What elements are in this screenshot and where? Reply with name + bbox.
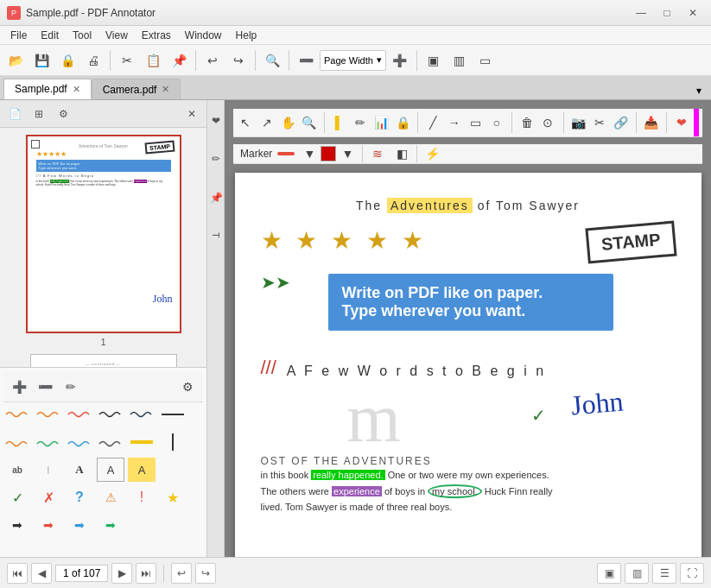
- line-tool[interactable]: ╱: [424, 111, 441, 135]
- menu-tool[interactable]: Tool: [66, 28, 98, 43]
- tab-camera-close[interactable]: ✕: [162, 84, 169, 95]
- minimize-button[interactable]: —: [630, 4, 652, 22]
- stamp-A-serif[interactable]: A: [66, 458, 93, 482]
- rect-tool[interactable]: ▭: [467, 111, 484, 135]
- nav-back-button[interactable]: ↩: [171, 563, 192, 584]
- heart-tool[interactable]: ❤: [673, 111, 690, 135]
- nav-prev-button[interactable]: ◀: [31, 563, 52, 584]
- stamp-wavy-sm-1[interactable]: [3, 430, 31, 454]
- save-cloud-button[interactable]: 🔒: [55, 48, 79, 73]
- camera-tool[interactable]: 📷: [569, 111, 587, 135]
- menu-extras[interactable]: Extras: [135, 28, 178, 43]
- stamp-A-yellow[interactable]: A: [128, 458, 156, 482]
- stamp-line-dark[interactable]: [159, 402, 187, 427]
- menu-edit[interactable]: Edit: [34, 28, 66, 43]
- stamp-line-yellow[interactable]: [128, 430, 156, 454]
- sidebar-icon-text[interactable]: T: [209, 218, 223, 252]
- marker-special[interactable]: ⚡: [422, 144, 441, 163]
- menu-help[interactable]: Help: [229, 28, 264, 43]
- tab-sample-pdf[interactable]: Sample.pdf ✕: [3, 79, 92, 99]
- redo-button[interactable]: ↪: [226, 48, 251, 73]
- stamp-warning[interactable]: ⚠: [97, 485, 124, 509]
- chart-tool[interactable]: 📊: [373, 111, 390, 135]
- undo-button[interactable]: ↩: [200, 48, 225, 73]
- anno-settings-btn[interactable]: ⚙: [175, 375, 200, 399]
- stamp-star[interactable]: ★: [159, 485, 187, 509]
- menu-file[interactable]: File: [3, 28, 34, 43]
- menu-view[interactable]: View: [98, 28, 135, 43]
- marker-opacity-btn[interactable]: ◧: [392, 144, 411, 163]
- lasso-tool[interactable]: ⊙: [539, 111, 556, 135]
- zoom-in-button[interactable]: ➕: [388, 48, 412, 73]
- stamp-A-box[interactable]: A: [97, 458, 124, 482]
- view-continuous-button[interactable]: ☰: [652, 563, 676, 584]
- maximize-button[interactable]: □: [656, 4, 678, 22]
- nav-first-button[interactable]: ⏮: [7, 563, 28, 584]
- tab-sample-close[interactable]: ✕: [73, 84, 80, 95]
- anno-add-btn[interactable]: ➕: [7, 375, 31, 399]
- erase-tool[interactable]: 🗑: [518, 111, 536, 135]
- stamp-wavy-sm-2[interactable]: [35, 430, 62, 454]
- panel-settings-btn[interactable]: ⚙: [52, 104, 74, 124]
- link-tool[interactable]: 🔗: [612, 111, 629, 135]
- zoom-dropdown[interactable]: Page Width ▾: [320, 50, 386, 71]
- arrow-tool[interactable]: →: [446, 111, 463, 135]
- sidebar-icon-pencil[interactable]: ✏: [209, 142, 223, 176]
- stamp-arrow-black[interactable]: ➡: [3, 513, 31, 537]
- nav-last-button[interactable]: ⏭: [136, 563, 156, 584]
- stamp-arrow-blue[interactable]: ➡: [66, 513, 93, 537]
- import-tool[interactable]: 📥: [642, 111, 659, 135]
- marker-swatch[interactable]: [321, 146, 336, 161]
- stamp-vline[interactable]: [159, 430, 187, 454]
- highlight-tool[interactable]: ▌: [331, 111, 348, 135]
- save-button[interactable]: 💾: [29, 48, 54, 73]
- copy-button[interactable]: 📋: [141, 48, 165, 73]
- marker-width-btn[interactable]: ▼: [338, 144, 357, 163]
- tab-camera-pdf[interactable]: Camera.pdf ✕: [92, 79, 181, 99]
- view-single-button[interactable]: ▣: [597, 563, 621, 584]
- panel-new-btn[interactable]: 📄: [3, 104, 26, 124]
- sidebar-icon-stamp[interactable]: 📌: [209, 180, 223, 214]
- stamp-checkmark[interactable]: ✓: [3, 485, 31, 509]
- stamp-exclaim[interactable]: !: [128, 485, 156, 509]
- zoom-tool[interactable]: 🔍: [300, 111, 317, 135]
- marker-color-btn[interactable]: ▼: [300, 144, 319, 163]
- zoom-out-button[interactable]: ➖: [294, 48, 318, 73]
- stamp-wavy-orange[interactable]: [3, 402, 31, 427]
- pen-tool[interactable]: ✏: [352, 111, 369, 135]
- cut-button[interactable]: ✂: [115, 48, 139, 73]
- stamp-question[interactable]: ?: [66, 485, 93, 509]
- thumbnail-page-1[interactable]: Adventure of Tom Sawyer ★★★★★ Write on P…: [7, 135, 200, 347]
- close-button[interactable]: ✕: [682, 4, 704, 22]
- open-button[interactable]: 📂: [3, 48, 28, 73]
- stamp-wavy-sm-4[interactable]: [97, 430, 124, 454]
- sidebar-icon-heart[interactable]: ❤: [209, 104, 223, 138]
- thumbnail-page-2[interactable]: — continued —: [7, 354, 200, 367]
- nav-forward-button[interactable]: ↪: [195, 563, 216, 584]
- stamp-arrow-green[interactable]: ➡: [97, 513, 124, 537]
- stamp-text-gray[interactable]: |: [35, 458, 62, 482]
- view3-button[interactable]: ▭: [473, 48, 498, 73]
- nav-next-button[interactable]: ▶: [111, 563, 132, 584]
- view2-button[interactable]: ▥: [448, 48, 472, 73]
- stamp-wavy-sm-3[interactable]: [66, 430, 93, 454]
- panel-view-btn[interactable]: ⊞: [28, 104, 50, 124]
- select2-tool[interactable]: ↗: [257, 111, 275, 135]
- anno-pen-btn[interactable]: ✏: [59, 375, 83, 399]
- view-double-button[interactable]: ▥: [625, 563, 649, 584]
- stamp-tool[interactable]: 🔒: [394, 111, 411, 135]
- menu-window[interactable]: Window: [178, 28, 229, 43]
- stamp-arrow-red[interactable]: ➡: [35, 513, 62, 537]
- print-button[interactable]: 🖨: [81, 48, 105, 73]
- stamp-wavy-red[interactable]: [66, 402, 93, 427]
- paste-button[interactable]: 📌: [167, 48, 191, 73]
- tab-scroll-button[interactable]: ▾: [690, 82, 708, 99]
- ellipse-tool[interactable]: ○: [488, 111, 505, 135]
- stamp-text-sm[interactable]: ab: [3, 458, 31, 482]
- hand-tool[interactable]: ✋: [279, 111, 296, 135]
- stamp-cross[interactable]: ✗: [35, 485, 62, 509]
- view-full-button[interactable]: ⛶: [680, 563, 704, 584]
- panel-close-btn[interactable]: ✕: [181, 104, 203, 124]
- stamp-wavy-orange2[interactable]: [35, 402, 62, 427]
- anno-minus-btn[interactable]: ➖: [33, 375, 57, 399]
